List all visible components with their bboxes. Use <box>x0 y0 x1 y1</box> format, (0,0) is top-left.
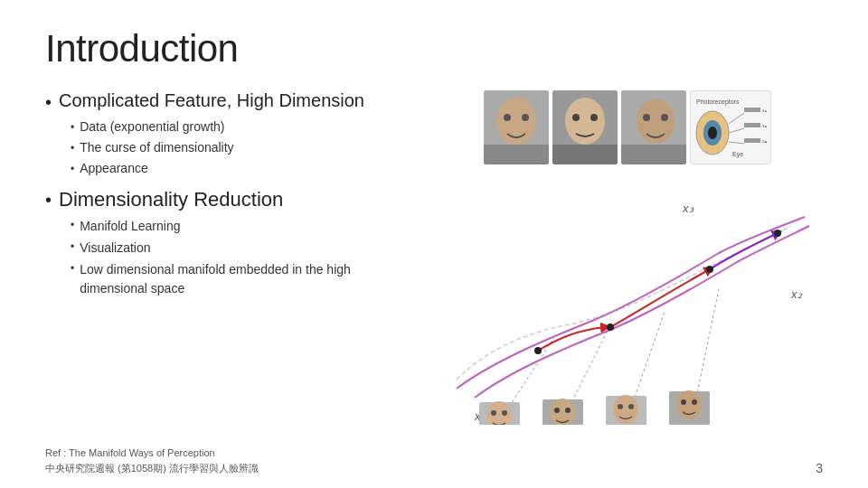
eye-diagram: Photoreceptors x₁ <box>690 90 771 164</box>
eye-diagram-svg: Photoreceptors x₁ <box>694 95 769 162</box>
sub2-bullet-3: Low dimensional manifold embedded in the… <box>71 260 407 298</box>
sub-bullet-1: Data (exponential growth) <box>71 119 407 136</box>
manifold-svg: x₁ x₂ x₃ <box>429 172 818 425</box>
footer-reference: Ref : The Manifold Ways of Perception 中央… <box>45 446 259 475</box>
svg-point-48 <box>565 408 571 413</box>
svg-text:x₂: x₂ <box>762 123 767 128</box>
sub2-bullet-1: Manifold Learning <box>71 217 407 236</box>
svg-point-55 <box>681 399 686 405</box>
svg-point-2 <box>504 114 511 121</box>
section2-heading: Dimensionality Reduction <box>45 188 407 211</box>
svg-point-34 <box>534 347 542 354</box>
svg-text:Eye: Eye <box>732 151 743 158</box>
diagram-container: Photoreceptors x₁ <box>429 90 818 416</box>
face-2 <box>552 90 618 164</box>
svg-point-37 <box>774 230 781 237</box>
svg-text:x₂: x₂ <box>790 287 803 301</box>
svg-point-36 <box>706 266 713 273</box>
svg-point-6 <box>565 98 605 145</box>
svg-point-35 <box>607 324 614 331</box>
face-1-svg <box>484 90 549 164</box>
svg-line-21 <box>729 142 744 144</box>
svg-rect-24 <box>744 123 760 127</box>
section2-subbullets: Manifold Learning Visualization Low dime… <box>71 217 407 298</box>
face-1 <box>484 90 549 164</box>
svg-line-19 <box>729 113 744 124</box>
svg-text:x₃: x₃ <box>682 202 694 215</box>
svg-point-56 <box>692 399 697 405</box>
svg-text:Photoreceptors: Photoreceptors <box>696 99 740 106</box>
left-content: Complicated Feature, High Dimension Data… <box>45 90 407 416</box>
svg-point-7 <box>572 114 580 121</box>
svg-point-13 <box>661 114 668 121</box>
sub2-bullet-2: Visualization <box>71 239 407 258</box>
svg-point-44 <box>502 410 507 416</box>
page-number: 3 <box>816 461 823 475</box>
face-2-svg <box>552 90 618 164</box>
svg-rect-22 <box>744 108 760 112</box>
svg-rect-4 <box>484 145 549 164</box>
content-area: Complicated Feature, High Dimension Data… <box>45 90 823 416</box>
slide-title: Introduction <box>45 27 823 70</box>
section1-subbullets: Data (exponential growth) The curse of d… <box>71 119 407 179</box>
slide: Introduction Complicated Feature, High D… <box>0 0 868 488</box>
svg-text:x₁: x₁ <box>762 108 767 113</box>
svg-point-52 <box>628 404 634 409</box>
svg-point-43 <box>491 410 496 416</box>
svg-line-20 <box>729 128 744 133</box>
svg-point-3 <box>522 114 529 121</box>
right-content: Photoreceptors x₁ <box>425 90 823 416</box>
face-row-top: Photoreceptors x₁ <box>484 90 771 164</box>
face-3-svg <box>621 90 686 164</box>
svg-rect-9 <box>552 145 618 164</box>
section1-heading: Complicated Feature, High Dimension <box>45 90 407 114</box>
footer: Ref : The Manifold Ways of Perception 中央… <box>45 446 823 475</box>
svg-point-47 <box>554 408 560 413</box>
svg-point-18 <box>708 127 717 139</box>
svg-rect-14 <box>621 145 686 164</box>
svg-point-8 <box>590 114 598 121</box>
sub-bullet-2: The curse of dimensionality <box>71 140 407 157</box>
svg-point-51 <box>618 404 623 409</box>
sub-bullet-3: Appearance <box>71 161 407 178</box>
svg-point-12 <box>643 114 650 121</box>
svg-text:x₃: x₃ <box>762 138 767 144</box>
svg-rect-26 <box>744 138 760 143</box>
face-3 <box>621 90 686 164</box>
svg-rect-29 <box>429 172 818 425</box>
